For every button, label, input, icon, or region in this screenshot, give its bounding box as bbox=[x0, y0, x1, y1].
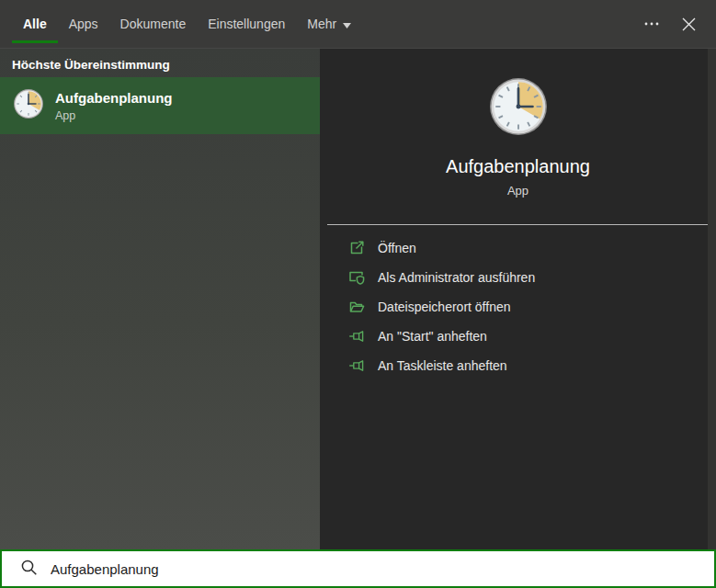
result-title: Aufgabenplanung bbox=[55, 90, 173, 106]
tab-mehr[interactable]: Mehr bbox=[296, 0, 362, 48]
open-folder-icon bbox=[347, 298, 366, 316]
action-label: Öffnen bbox=[378, 241, 416, 255]
preview-app-type: App bbox=[507, 184, 528, 198]
app-preview: Aufgabenplanung App bbox=[320, 49, 716, 198]
tab-dokumente[interactable]: Dokumente bbox=[109, 0, 198, 48]
chevron-down-icon bbox=[343, 17, 351, 31]
action-label: An "Start" anheften bbox=[378, 329, 487, 344]
more-options-icon[interactable] bbox=[640, 12, 664, 36]
open-icon bbox=[347, 239, 366, 257]
action-pin-to-start[interactable]: An "Start" anheften bbox=[320, 322, 716, 351]
action-pin-to-taskbar[interactable]: An Taskleiste anheften bbox=[320, 351, 716, 380]
tab-label: Mehr bbox=[307, 17, 336, 31]
topbar-actions bbox=[640, 0, 716, 48]
result-texts: Aufgabenplanung App bbox=[55, 90, 173, 122]
tab-apps[interactable]: Apps bbox=[58, 0, 109, 48]
task-scheduler-clock-icon bbox=[13, 88, 44, 123]
tab-alle[interactable]: Alle bbox=[12, 0, 58, 48]
action-label: Dateispeicherort öffnen bbox=[378, 300, 511, 314]
search-icon bbox=[20, 559, 38, 580]
app-actions-list: Öffnen Als Administrator ausführen bbox=[320, 233, 716, 380]
action-open[interactable]: Öffnen bbox=[320, 233, 716, 263]
action-label: An Taskleiste anheften bbox=[378, 358, 507, 373]
search-input[interactable] bbox=[51, 561, 714, 577]
result-item-aufgabenplanung[interactable]: Aufgabenplanung App bbox=[0, 77, 320, 134]
preview-app-title: Aufgabenplanung bbox=[446, 156, 590, 177]
search-bar bbox=[0, 549, 716, 588]
tabs: Alle Apps Dokumente Einstellungen Mehr bbox=[0, 0, 362, 48]
section-header: Höchste Übereinstimmung bbox=[0, 49, 320, 72]
windows-search-flyout: Alle Apps Dokumente Einstellungen Mehr bbox=[0, 0, 716, 588]
tab-label: Alle bbox=[23, 17, 47, 31]
action-open-file-location[interactable]: Dateispeicherort öffnen bbox=[320, 292, 716, 322]
pin-icon bbox=[347, 327, 366, 345]
task-scheduler-clock-icon bbox=[488, 76, 549, 141]
action-label: Als Administrator ausführen bbox=[378, 270, 535, 285]
results-panel: Höchste Übereinstimmung bbox=[0, 49, 320, 549]
tab-label: Apps bbox=[69, 17, 98, 31]
preview-divider bbox=[327, 224, 709, 225]
scrollbar-track[interactable] bbox=[708, 49, 716, 549]
tab-label: Einstellungen bbox=[208, 17, 285, 31]
search-filter-tabbar: Alle Apps Dokumente Einstellungen Mehr bbox=[0, 0, 716, 49]
result-subtitle: App bbox=[55, 109, 173, 122]
tab-einstellungen[interactable]: Einstellungen bbox=[197, 0, 296, 48]
search-results-body: Höchste Übereinstimmung bbox=[0, 49, 716, 549]
admin-shield-icon bbox=[347, 268, 366, 287]
preview-panel: Aufgabenplanung App Öffnen bbox=[320, 49, 716, 549]
tab-label: Dokumente bbox=[120, 17, 187, 31]
action-run-as-admin[interactable]: Als Administrator ausführen bbox=[320, 263, 716, 292]
close-icon[interactable] bbox=[676, 12, 700, 36]
pin-icon bbox=[347, 356, 366, 375]
